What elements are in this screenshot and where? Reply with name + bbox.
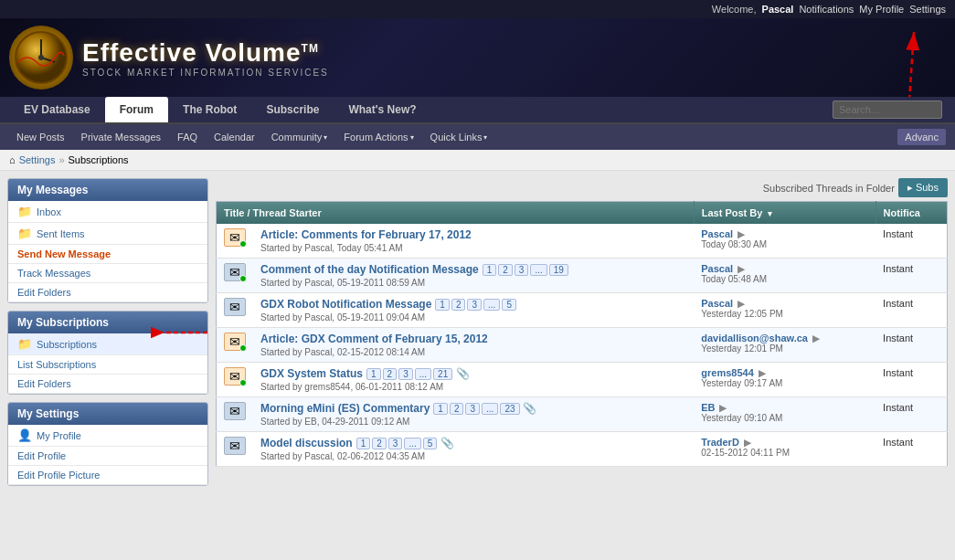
breadcrumb-settings[interactable]: Settings [19, 154, 56, 165]
page-link[interactable]: 5 [502, 299, 516, 311]
message-icon: ✉ [224, 298, 246, 316]
edit-folders-link-subs[interactable]: Edit Folders [8, 375, 207, 394]
page-link[interactable]: 23 [500, 403, 519, 415]
thread-title-link[interactable]: Morning eMini (ES) Commentary [260, 402, 430, 415]
sidebar-my-profile[interactable]: 👤 My Profile [8, 425, 207, 447]
sub-nav-community[interactable]: Community ▾ [264, 127, 335, 147]
last-post-author[interactable]: grems8544 ▶ [701, 367, 868, 378]
thread-title-link[interactable]: GDX Robot Notification Message [260, 298, 431, 311]
thread-title-link[interactable]: Comment of the day Notification Message [260, 263, 479, 276]
paperclip-icon: 📎 [452, 367, 469, 380]
th-last-post[interactable]: Last Post By ▾ [694, 202, 875, 225]
edit-folders-link-messages[interactable]: Edit Folders [8, 283, 207, 302]
tab-whats-new[interactable]: What's New? [334, 97, 430, 122]
search-input[interactable] [833, 100, 942, 119]
page-link[interactable]: 1 [356, 438, 371, 449]
edit-profile-link[interactable]: Edit Profile [8, 447, 207, 466]
message-icon: ✉ [224, 402, 246, 420]
list-subscriptions-link[interactable]: List Subscriptions [8, 355, 207, 375]
page-link[interactable]: 3 [398, 368, 413, 380]
go-icon: ▶ [735, 229, 745, 239]
subscriptions-link[interactable]: Subscriptions [37, 339, 97, 350]
notification-cell: Instant [875, 328, 947, 363]
sub-nav-calendar[interactable]: Calendar [207, 127, 262, 147]
page-link[interactable]: 2 [372, 438, 387, 449]
thread-title-link[interactable]: Article: GDX Comment of February 15, 201… [260, 333, 488, 345]
sub-nav-forum-actions[interactable]: Forum Actions ▾ [336, 127, 420, 147]
tab-the-robot[interactable]: The Robot [168, 97, 251, 122]
page-link[interactable]: 3 [515, 264, 529, 276]
page-link[interactable]: 21 [433, 368, 452, 380]
sub-nav-private-messages[interactable]: Private Messages [74, 127, 168, 147]
go-icon: ▶ [810, 333, 820, 343]
sidebar-my-settings-header: My Settings [8, 403, 207, 425]
page-link[interactable]: ... [483, 299, 500, 311]
my-profile-link[interactable]: My Profile [859, 4, 904, 15]
sidebar-inbox[interactable]: 📁 Inbox [8, 201, 207, 223]
sub-nav-new-posts[interactable]: New Posts [9, 127, 72, 147]
sent-items-link[interactable]: Sent Items [37, 228, 85, 239]
table-row: ✉Comment of the day Notification Message… [217, 259, 948, 293]
last-post-time: Yesterday 09:17 AM [701, 378, 868, 388]
page-link[interactable]: ... [415, 368, 431, 380]
page-link[interactable]: 5 [423, 438, 438, 449]
inbox-link[interactable]: Inbox [37, 206, 61, 217]
page-link[interactable]: 1 [366, 368, 381, 380]
sub-nav-quick-links[interactable]: Quick Links ▾ [423, 127, 495, 147]
logo-area: Effective VolumeTM Stock Market Informat… [9, 26, 329, 90]
my-profile-sidebar-link[interactable]: My Profile [37, 430, 81, 441]
page-link[interactable]: 3 [467, 299, 482, 311]
last-post-author[interactable]: EB ▶ [701, 402, 868, 413]
sidebar-sent-items[interactable]: 📁 Sent Items [8, 223, 207, 245]
page-link[interactable]: 1 [435, 299, 450, 311]
go-icon: ▶ [735, 299, 745, 309]
page-link[interactable]: 1 [483, 264, 497, 276]
thread-title-cell: Article: GDX Comment of February 15, 201… [253, 328, 694, 363]
thread-title-link[interactable]: Article: Comments for February 17, 2012 [260, 228, 472, 241]
tagline: Stock Market Information Services [82, 68, 329, 78]
edit-profile-picture-link[interactable]: Edit Profile Picture [8, 466, 207, 485]
page-link[interactable]: 3 [465, 403, 480, 415]
last-post-author[interactable]: Pascal ▶ [701, 263, 868, 274]
send-new-message-link[interactable]: Send New Message [8, 245, 207, 264]
page-link[interactable]: 19 [549, 264, 568, 276]
page-link[interactable]: ... [404, 438, 420, 449]
track-messages-link[interactable]: Track Messages [8, 264, 207, 283]
page-link[interactable]: 1 [433, 403, 448, 415]
thread-icon-cell: ✉ [217, 224, 254, 259]
notification-cell: Instant [875, 293, 947, 328]
subs-button[interactable]: ▸ Subs [898, 178, 948, 197]
tab-ev-database[interactable]: EV Database [9, 97, 105, 122]
sub-nav-faq[interactable]: FAQ [170, 127, 205, 147]
thread-starter: Started by Pascal, 05-19-2011 09:04 AM [260, 312, 686, 322]
page-link[interactable]: 3 [388, 438, 403, 449]
last-post-author[interactable]: Pascal ▶ [701, 298, 868, 309]
last-post-author[interactable]: TraderD ▶ [701, 437, 868, 448]
last-post-time: Yesterday 09:10 AM [701, 413, 868, 423]
page-link[interactable]: 2 [498, 264, 513, 276]
message-icon: ✉ [224, 228, 246, 247]
brand-name: Effective VolumeTM [82, 38, 329, 68]
page-link[interactable]: 2 [451, 299, 466, 311]
sidebar-subscriptions[interactable]: 📁 Subscriptions [8, 333, 207, 355]
site-header: Effective VolumeTM Stock Market Informat… [0, 18, 955, 97]
last-post-author[interactable]: Pascal ▶ [701, 228, 868, 239]
page-link[interactable]: 2 [450, 403, 464, 415]
folder-icon-sent: 📁 [17, 227, 32, 240]
svg-line-5 [909, 32, 914, 97]
page-link[interactable]: 2 [383, 368, 398, 380]
notification-cell: Instant [875, 432, 947, 467]
advanced-button[interactable]: Advanc [897, 129, 946, 145]
settings-link[interactable]: Settings [909, 4, 946, 15]
user-icon: 👤 [17, 428, 32, 442]
new-dot [239, 379, 247, 386]
last-post-author[interactable]: davidallison@shaw.ca ▶ [701, 333, 868, 343]
thread-starter: Started by Pascal, 02-06-2012 04:35 AM [260, 451, 686, 461]
thread-title-link[interactable]: Model discussion [260, 437, 353, 449]
tab-forum[interactable]: Forum [105, 97, 168, 122]
tab-subscribe[interactable]: Subscribe [251, 97, 334, 122]
page-link[interactable]: ... [482, 403, 498, 415]
thread-title-link[interactable]: GDX System Status [260, 367, 363, 380]
notifications-link[interactable]: Notifications [799, 4, 854, 15]
page-link[interactable]: ... [530, 264, 546, 276]
